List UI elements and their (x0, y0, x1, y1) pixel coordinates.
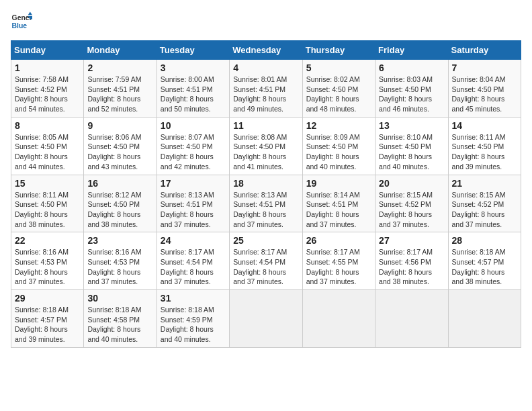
day-number: 28 (452, 235, 517, 246)
day-number: 5 (306, 62, 371, 73)
calendar-table: SundayMondayTuesdayWednesdayThursdayFrid… (11, 40, 521, 348)
day-number: 22 (15, 235, 80, 246)
day-info: Sunrise: 8:14 AM Sunset: 4:51 PM Dayligh… (306, 190, 371, 230)
calendar-cell: 10 Sunrise: 8:07 AM Sunset: 4:50 PM Dayl… (157, 117, 229, 175)
day-number: 11 (233, 120, 298, 131)
calendar-cell: 7 Sunrise: 8:04 AM Sunset: 4:50 PM Dayli… (448, 60, 521, 118)
day-info: Sunrise: 8:12 AM Sunset: 4:50 PM Dayligh… (87, 190, 152, 230)
day-number: 16 (87, 178, 152, 189)
day-info: Sunrise: 8:17 AM Sunset: 4:54 PM Dayligh… (161, 247, 226, 287)
calendar-cell: 4 Sunrise: 8:01 AM Sunset: 4:51 PM Dayli… (230, 60, 302, 118)
week-row-5: 29 Sunrise: 8:18 AM Sunset: 4:57 PM Dayl… (11, 290, 521, 348)
day-info: Sunrise: 8:04 AM Sunset: 4:50 PM Dayligh… (452, 75, 517, 114)
weekday-header-friday: Friday (375, 41, 448, 60)
calendar-cell: 30 Sunrise: 8:18 AM Sunset: 4:58 PM Dayl… (84, 290, 157, 348)
day-info: Sunrise: 8:16 AM Sunset: 4:53 PM Dayligh… (87, 247, 152, 287)
day-number: 3 (161, 62, 226, 73)
day-number: 15 (15, 178, 80, 189)
day-info: Sunrise: 8:01 AM Sunset: 4:51 PM Dayligh… (233, 75, 298, 114)
week-row-3: 15 Sunrise: 8:11 AM Sunset: 4:50 PM Dayl… (11, 175, 521, 232)
day-number: 21 (452, 178, 517, 189)
day-number: 23 (87, 235, 152, 246)
day-info: Sunrise: 8:08 AM Sunset: 4:50 PM Dayligh… (233, 132, 298, 172)
svg-text:Blue: Blue (12, 22, 28, 30)
calendar-cell: 26 Sunrise: 8:17 AM Sunset: 4:55 PM Dayl… (302, 232, 375, 290)
calendar-cell: 16 Sunrise: 8:12 AM Sunset: 4:50 PM Dayl… (84, 175, 157, 232)
day-number: 10 (161, 120, 226, 131)
calendar-cell: 28 Sunrise: 8:18 AM Sunset: 4:57 PM Dayl… (448, 232, 521, 290)
day-info: Sunrise: 8:05 AM Sunset: 4:50 PM Dayligh… (15, 132, 80, 172)
day-info: Sunrise: 8:15 AM Sunset: 4:52 PM Dayligh… (452, 190, 517, 230)
calendar-cell: 25 Sunrise: 8:17 AM Sunset: 4:54 PM Dayl… (230, 232, 302, 290)
calendar-cell (448, 290, 521, 348)
calendar-cell: 11 Sunrise: 8:08 AM Sunset: 4:50 PM Dayl… (230, 117, 302, 175)
day-number: 13 (379, 120, 444, 131)
day-number: 18 (233, 178, 298, 189)
day-number: 25 (233, 235, 298, 246)
calendar-cell: 18 Sunrise: 8:13 AM Sunset: 4:51 PM Dayl… (230, 175, 302, 232)
weekday-header-wednesday: Wednesday (230, 41, 302, 60)
day-info: Sunrise: 8:17 AM Sunset: 4:56 PM Dayligh… (379, 247, 444, 287)
weekday-header-saturday: Saturday (448, 41, 521, 60)
header: General Blue (11, 11, 521, 32)
calendar-cell: 19 Sunrise: 8:14 AM Sunset: 4:51 PM Dayl… (302, 175, 375, 232)
day-info: Sunrise: 8:18 AM Sunset: 4:58 PM Dayligh… (87, 305, 152, 345)
calendar-cell (302, 290, 375, 348)
day-info: Sunrise: 8:17 AM Sunset: 4:54 PM Dayligh… (233, 247, 298, 287)
logo: General Blue (11, 11, 35, 32)
day-info: Sunrise: 8:11 AM Sunset: 4:50 PM Dayligh… (15, 190, 80, 230)
calendar-cell (375, 290, 448, 348)
weekday-header-row: SundayMondayTuesdayWednesdayThursdayFrid… (11, 41, 521, 60)
logo-icon: General Blue (11, 11, 32, 32)
day-number: 8 (15, 120, 80, 131)
day-number: 27 (379, 235, 444, 246)
day-number: 7 (452, 62, 517, 73)
calendar-cell: 14 Sunrise: 8:11 AM Sunset: 4:50 PM Dayl… (448, 117, 521, 175)
day-number: 20 (379, 178, 444, 189)
calendar-cell: 20 Sunrise: 8:15 AM Sunset: 4:52 PM Dayl… (375, 175, 448, 232)
calendar-cell: 2 Sunrise: 7:59 AM Sunset: 4:51 PM Dayli… (84, 60, 157, 118)
day-number: 1 (15, 62, 80, 73)
day-number: 4 (233, 62, 298, 73)
calendar-cell (230, 290, 302, 348)
calendar-cell: 22 Sunrise: 8:16 AM Sunset: 4:53 PM Dayl… (11, 232, 84, 290)
calendar-cell: 13 Sunrise: 8:10 AM Sunset: 4:50 PM Dayl… (375, 117, 448, 175)
calendar-cell: 6 Sunrise: 8:03 AM Sunset: 4:50 PM Dayli… (375, 60, 448, 118)
week-row-1: 1 Sunrise: 7:58 AM Sunset: 4:52 PM Dayli… (11, 60, 521, 118)
week-row-2: 8 Sunrise: 8:05 AM Sunset: 4:50 PM Dayli… (11, 117, 521, 175)
calendar-cell: 5 Sunrise: 8:02 AM Sunset: 4:50 PM Dayli… (302, 60, 375, 118)
day-info: Sunrise: 7:58 AM Sunset: 4:52 PM Dayligh… (15, 75, 80, 114)
day-number: 26 (306, 235, 371, 246)
day-number: 6 (379, 62, 444, 73)
day-info: Sunrise: 8:09 AM Sunset: 4:50 PM Dayligh… (306, 132, 371, 172)
day-info: Sunrise: 8:11 AM Sunset: 4:50 PM Dayligh… (452, 132, 517, 172)
calendar-cell: 29 Sunrise: 8:18 AM Sunset: 4:57 PM Dayl… (11, 290, 84, 348)
day-info: Sunrise: 8:07 AM Sunset: 4:50 PM Dayligh… (161, 132, 226, 172)
day-info: Sunrise: 7:59 AM Sunset: 4:51 PM Dayligh… (87, 75, 152, 114)
day-info: Sunrise: 8:00 AM Sunset: 4:51 PM Dayligh… (161, 75, 226, 114)
calendar-cell: 9 Sunrise: 8:06 AM Sunset: 4:50 PM Dayli… (84, 117, 157, 175)
day-info: Sunrise: 8:18 AM Sunset: 4:57 PM Dayligh… (15, 305, 80, 345)
day-info: Sunrise: 8:06 AM Sunset: 4:50 PM Dayligh… (87, 132, 152, 172)
day-number: 19 (306, 178, 371, 189)
day-number: 17 (161, 178, 226, 189)
day-number: 30 (87, 293, 152, 304)
calendar-cell: 24 Sunrise: 8:17 AM Sunset: 4:54 PM Dayl… (157, 232, 229, 290)
day-info: Sunrise: 8:18 AM Sunset: 4:59 PM Dayligh… (161, 305, 226, 345)
day-number: 2 (87, 62, 152, 73)
calendar-cell: 17 Sunrise: 8:13 AM Sunset: 4:51 PM Dayl… (157, 175, 229, 232)
weekday-header-tuesday: Tuesday (157, 41, 229, 60)
weekday-header-monday: Monday (84, 41, 157, 60)
day-number: 29 (15, 293, 80, 304)
day-info: Sunrise: 8:02 AM Sunset: 4:50 PM Dayligh… (306, 75, 371, 114)
day-info: Sunrise: 8:15 AM Sunset: 4:52 PM Dayligh… (379, 190, 444, 230)
calendar-cell: 23 Sunrise: 8:16 AM Sunset: 4:53 PM Dayl… (84, 232, 157, 290)
day-number: 24 (161, 235, 226, 246)
calendar-cell: 31 Sunrise: 8:18 AM Sunset: 4:59 PM Dayl… (157, 290, 229, 348)
day-info: Sunrise: 8:17 AM Sunset: 4:55 PM Dayligh… (306, 247, 371, 287)
day-number: 12 (306, 120, 371, 131)
day-number: 14 (452, 120, 517, 131)
day-info: Sunrise: 8:16 AM Sunset: 4:53 PM Dayligh… (15, 247, 80, 287)
calendar-cell: 8 Sunrise: 8:05 AM Sunset: 4:50 PM Dayli… (11, 117, 84, 175)
svg-text:General: General (12, 14, 32, 21)
